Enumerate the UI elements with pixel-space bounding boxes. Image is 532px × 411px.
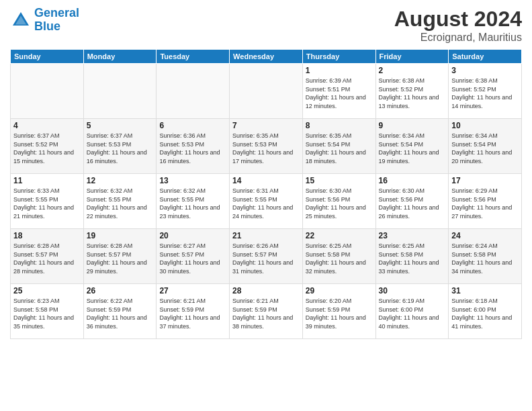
table-row: 20 Sunrise: 6:27 AM Sunset: 5:57 PM Dayl… — [157, 229, 230, 284]
day-number: 29 — [306, 286, 373, 295]
table-row: 8 Sunrise: 6:35 AM Sunset: 5:54 PM Dayli… — [302, 119, 375, 174]
day-number: 30 — [379, 286, 446, 295]
day-number: 13 — [159, 176, 226, 185]
sunset-text: Sunset: 5:55 PM — [159, 195, 226, 204]
sunrise-text: Sunrise: 6:34 AM — [451, 132, 519, 140]
day-info: Sunrise: 6:22 AM Sunset: 5:59 PM Dayligh… — [87, 297, 154, 330]
th-monday: Monday — [83, 50, 157, 64]
sunrise-text: Sunrise: 6:22 AM — [87, 297, 154, 306]
sunset-text: Sunset: 5:52 PM — [13, 140, 81, 149]
day-info: Sunrise: 6:19 AM Sunset: 6:00 PM Dayligh… — [379, 297, 446, 330]
day-info: Sunrise: 6:34 AM Sunset: 5:54 PM Dayligh… — [379, 132, 446, 165]
daylight-text: Daylight: 11 hours and 17 minutes. — [232, 148, 300, 165]
table-row: 10 Sunrise: 6:34 AM Sunset: 5:54 PM Dayl… — [449, 119, 522, 174]
sunset-text: Sunset: 5:56 PM — [306, 195, 373, 204]
sunrise-text: Sunrise: 6:28 AM — [13, 242, 81, 250]
daylight-text: Daylight: 11 hours and 24 minutes. — [232, 203, 300, 220]
sunrise-text: Sunrise: 6:33 AM — [13, 187, 81, 195]
daylight-text: Daylight: 11 hours and 16 minutes. — [159, 148, 226, 165]
sunrise-text: Sunrise: 6:23 AM — [13, 297, 81, 306]
th-sunday: Sunday — [11, 50, 84, 64]
daylight-text: Daylight: 11 hours and 40 minutes. — [379, 314, 446, 330]
daylight-text: Daylight: 11 hours and 22 minutes. — [87, 203, 154, 220]
day-number: 20 — [159, 231, 226, 240]
sunset-text: Sunset: 5:57 PM — [13, 250, 81, 259]
table-row: 28 Sunrise: 6:21 AM Sunset: 5:59 PM Dayl… — [230, 284, 303, 339]
table-row: 14 Sunrise: 6:31 AM Sunset: 5:55 PM Dayl… — [230, 174, 303, 229]
day-number: 19 — [87, 231, 154, 240]
day-number: 25 — [13, 286, 81, 295]
sunset-text: Sunset: 5:53 PM — [87, 140, 154, 149]
daylight-text: Daylight: 11 hours and 37 minutes. — [159, 314, 226, 330]
day-info: Sunrise: 6:21 AM Sunset: 5:59 PM Dayligh… — [159, 297, 226, 330]
sunset-text: Sunset: 5:54 PM — [306, 140, 373, 149]
day-info: Sunrise: 6:37 AM Sunset: 5:52 PM Dayligh… — [13, 132, 81, 165]
sunrise-text: Sunrise: 6:28 AM — [87, 242, 154, 250]
table-row: 3 Sunrise: 6:38 AM Sunset: 5:52 PM Dayli… — [449, 64, 522, 119]
day-number: 8 — [306, 121, 373, 130]
header: General Blue August 2024 Ecroignard, Mau… — [10, 7, 522, 44]
th-friday: Friday — [375, 50, 449, 64]
sunset-text: Sunset: 5:53 PM — [232, 140, 300, 149]
daylight-text: Daylight: 11 hours and 30 minutes. — [159, 259, 226, 275]
table-row: 26 Sunrise: 6:22 AM Sunset: 5:59 PM Dayl… — [83, 284, 157, 339]
calendar-week-row: 11 Sunrise: 6:33 AM Sunset: 5:55 PM Dayl… — [11, 174, 522, 229]
day-number: 23 — [379, 231, 446, 240]
table-row: 17 Sunrise: 6:29 AM Sunset: 5:56 PM Dayl… — [449, 174, 522, 229]
day-number: 18 — [13, 231, 81, 240]
day-info: Sunrise: 6:35 AM Sunset: 5:53 PM Dayligh… — [232, 132, 300, 165]
sunrise-text: Sunrise: 6:30 AM — [379, 187, 446, 195]
day-number: 11 — [13, 176, 81, 185]
day-info: Sunrise: 6:37 AM Sunset: 5:53 PM Dayligh… — [87, 132, 154, 165]
day-info: Sunrise: 6:32 AM Sunset: 5:55 PM Dayligh… — [159, 187, 226, 220]
table-row: 30 Sunrise: 6:19 AM Sunset: 6:00 PM Dayl… — [375, 284, 449, 339]
sunrise-text: Sunrise: 6:29 AM — [451, 187, 519, 195]
sunrise-text: Sunrise: 6:27 AM — [159, 242, 226, 250]
sunrise-text: Sunrise: 6:26 AM — [232, 242, 300, 250]
day-number: 22 — [306, 231, 373, 240]
day-number: 27 — [159, 286, 226, 295]
calendar-week-row: 1 Sunrise: 6:39 AM Sunset: 5:51 PM Dayli… — [11, 64, 522, 119]
table-row: 7 Sunrise: 6:35 AM Sunset: 5:53 PM Dayli… — [230, 119, 303, 174]
table-row: 22 Sunrise: 6:25 AM Sunset: 5:58 PM Dayl… — [302, 229, 375, 284]
table-row: 6 Sunrise: 6:36 AM Sunset: 5:53 PM Dayli… — [157, 119, 230, 174]
day-number: 31 — [451, 286, 519, 295]
sunset-text: Sunset: 5:59 PM — [306, 306, 373, 314]
table-row — [11, 64, 84, 119]
table-row: 1 Sunrise: 6:39 AM Sunset: 5:51 PM Dayli… — [302, 64, 375, 119]
day-number: 6 — [159, 121, 226, 130]
day-number: 17 — [451, 176, 519, 185]
sunrise-text: Sunrise: 6:32 AM — [159, 187, 226, 195]
daylight-text: Daylight: 11 hours and 35 minutes. — [13, 314, 81, 330]
table-row: 5 Sunrise: 6:37 AM Sunset: 5:53 PM Dayli… — [83, 119, 157, 174]
day-info: Sunrise: 6:18 AM Sunset: 6:00 PM Dayligh… — [451, 297, 519, 330]
day-info: Sunrise: 6:30 AM Sunset: 5:56 PM Dayligh… — [306, 187, 373, 220]
sunset-text: Sunset: 5:54 PM — [379, 140, 446, 149]
sunrise-text: Sunrise: 6:25 AM — [306, 242, 373, 250]
logo-icon — [10, 9, 32, 31]
table-row: 9 Sunrise: 6:34 AM Sunset: 5:54 PM Dayli… — [375, 119, 449, 174]
table-row — [83, 64, 157, 119]
table-row — [230, 64, 303, 119]
th-tuesday: Tuesday — [157, 50, 230, 64]
sunset-text: Sunset: 5:57 PM — [87, 250, 154, 259]
day-number: 16 — [379, 176, 446, 185]
sunset-text: Sunset: 5:55 PM — [13, 195, 81, 204]
sunset-text: Sunset: 5:57 PM — [159, 250, 226, 259]
day-info: Sunrise: 6:29 AM Sunset: 5:56 PM Dayligh… — [451, 187, 519, 220]
sunrise-text: Sunrise: 6:37 AM — [87, 132, 154, 140]
daylight-text: Daylight: 11 hours and 19 minutes. — [379, 148, 446, 165]
daylight-text: Daylight: 11 hours and 20 minutes. — [451, 148, 519, 165]
sunset-text: Sunset: 5:54 PM — [451, 140, 519, 149]
daylight-text: Daylight: 11 hours and 14 minutes. — [451, 93, 519, 110]
daylight-text: Daylight: 11 hours and 32 minutes. — [306, 259, 373, 275]
daylight-text: Daylight: 11 hours and 31 minutes. — [232, 259, 300, 275]
sunrise-text: Sunrise: 6:32 AM — [87, 187, 154, 195]
daylight-text: Daylight: 11 hours and 25 minutes. — [306, 203, 373, 220]
sunrise-text: Sunrise: 6:21 AM — [159, 297, 226, 306]
table-row: 29 Sunrise: 6:20 AM Sunset: 5:59 PM Dayl… — [302, 284, 375, 339]
day-info: Sunrise: 6:32 AM Sunset: 5:55 PM Dayligh… — [87, 187, 154, 220]
day-info: Sunrise: 6:35 AM Sunset: 5:54 PM Dayligh… — [306, 132, 373, 165]
sunrise-text: Sunrise: 6:20 AM — [306, 297, 373, 306]
day-number: 2 — [379, 66, 446, 75]
